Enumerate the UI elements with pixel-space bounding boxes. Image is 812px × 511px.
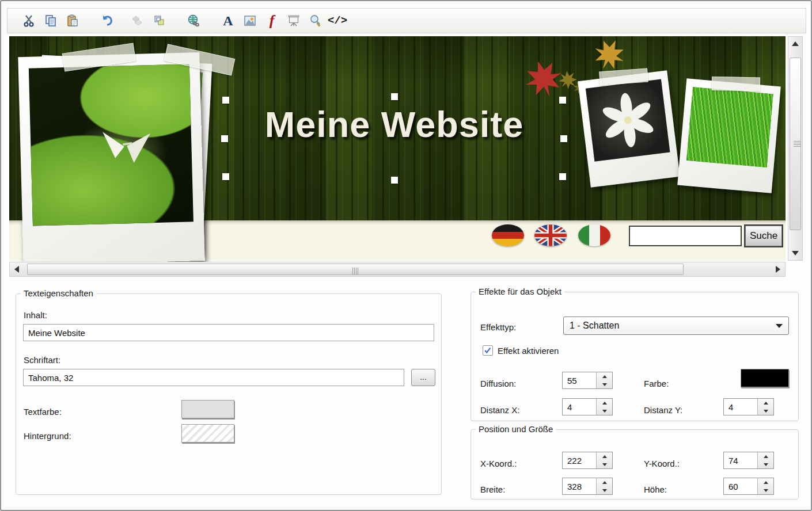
group-title: Effekte für das Objekt xyxy=(476,287,564,296)
spinner-up-icon[interactable] xyxy=(597,452,612,460)
x-coord-input[interactable] xyxy=(563,452,596,468)
handle-top-center[interactable] xyxy=(391,93,398,100)
horizontal-scrollbar[interactable] xyxy=(9,262,786,277)
scroll-left-icon[interactable] xyxy=(10,262,24,276)
distance-y-spinner[interactable] xyxy=(723,398,774,415)
spinner-down-icon[interactable] xyxy=(597,380,612,388)
site-search-input[interactable] xyxy=(633,231,748,241)
code-icon[interactable]: </> xyxy=(329,12,346,29)
height-spinner[interactable] xyxy=(723,478,774,495)
group-title: Position und Größe xyxy=(476,424,556,434)
text-color-swatch[interactable] xyxy=(181,400,234,418)
x-coord-spinner[interactable] xyxy=(562,452,613,469)
site-search-button[interactable]: Suche xyxy=(745,226,782,246)
send-backward-icon[interactable] xyxy=(150,12,168,29)
paste-icon[interactable] xyxy=(64,12,81,29)
distance-x-spinner[interactable] xyxy=(562,398,613,415)
italian-flag[interactable] xyxy=(578,224,610,246)
presentation-icon[interactable] xyxy=(285,12,302,29)
effect-type-value: 1 - Schatten xyxy=(570,321,619,331)
scroll-down-icon[interactable] xyxy=(788,246,802,260)
distance-y-input[interactable] xyxy=(724,399,757,415)
handle-mid-left[interactable] xyxy=(221,135,228,142)
spinner-up-icon[interactable] xyxy=(597,399,612,407)
height-label: Höhe: xyxy=(644,485,667,494)
spinner-up-icon[interactable] xyxy=(597,372,612,380)
font-input[interactable] xyxy=(23,369,404,386)
handle-bottom-center[interactable] xyxy=(391,177,398,184)
width-spinner[interactable] xyxy=(562,478,613,495)
toolbar: A f </> xyxy=(7,8,806,33)
handle-mid-right[interactable] xyxy=(560,135,567,142)
handle-bottom-right[interactable] xyxy=(559,173,566,180)
vertical-scrollbar[interactable] xyxy=(788,36,803,261)
spinner-down-icon[interactable] xyxy=(597,486,612,494)
german-flag[interactable] xyxy=(492,224,524,246)
width-label: Breite: xyxy=(480,485,505,494)
horizontal-scroll-thumb[interactable] xyxy=(27,264,684,275)
site-search-box[interactable] xyxy=(629,226,742,246)
spinner-down-icon[interactable] xyxy=(758,486,773,494)
scroll-right-icon[interactable] xyxy=(771,262,785,276)
polaroid-grass[interactable] xyxy=(677,78,781,193)
effect-activate-label: Effekt aktivieren xyxy=(498,346,559,356)
uk-flag[interactable] xyxy=(534,224,567,246)
handle-top-right[interactable] xyxy=(559,97,566,104)
distance-x-label: Distanz X: xyxy=(480,405,519,415)
bring-forward-icon[interactable] xyxy=(128,12,146,29)
shadow-color-swatch[interactable] xyxy=(741,369,789,387)
zoom-icon[interactable] xyxy=(307,12,324,29)
y-coord-input[interactable] xyxy=(724,452,757,468)
diffusion-spinner[interactable] xyxy=(562,372,613,389)
width-input[interactable] xyxy=(563,478,596,494)
background-label: Hintergrund: xyxy=(24,431,71,441)
spinner-up-icon[interactable] xyxy=(758,399,773,407)
spinner-up-icon[interactable] xyxy=(758,478,773,486)
editor-window: A f </> xyxy=(0,0,812,511)
spinner-up-icon[interactable] xyxy=(597,478,612,486)
polaroid-leaves[interactable] xyxy=(18,52,204,265)
background-swatch[interactable] xyxy=(181,424,234,443)
spinner-down-icon[interactable] xyxy=(597,407,612,415)
butterfly-graphic xyxy=(91,109,160,177)
undo-icon[interactable] xyxy=(98,12,116,29)
site-title-text[interactable]: Meine Website xyxy=(226,104,563,145)
image-icon[interactable] xyxy=(241,12,259,29)
flash-icon[interactable]: f xyxy=(263,12,280,29)
selected-text-object[interactable]: Meine Website xyxy=(226,100,563,177)
font-browse-button[interactable]: ... xyxy=(411,369,435,386)
canvas-layer: Meine Website xyxy=(9,36,786,261)
height-input[interactable] xyxy=(724,478,757,494)
group-position-size: Position und Größe X-Koord.: Y-Koord.: B… xyxy=(470,429,799,499)
group-text-properties: Texteigenschaften Inhalt: Schriftart: ..… xyxy=(16,293,442,495)
hyperlink-icon[interactable] xyxy=(185,12,202,29)
scroll-up-icon[interactable] xyxy=(788,37,802,51)
shadow-color-label: Farbe: xyxy=(644,379,669,388)
distance-x-input[interactable] xyxy=(563,399,596,415)
spinner-down-icon[interactable] xyxy=(758,460,773,468)
vertical-scroll-thumb[interactable] xyxy=(790,58,801,230)
content-input[interactable] xyxy=(23,324,434,341)
spinner-down-icon[interactable] xyxy=(758,407,773,415)
handle-bottom-left[interactable] xyxy=(222,173,229,180)
handle-top-left[interactable] xyxy=(222,97,229,104)
copy-icon[interactable] xyxy=(42,12,59,29)
x-coord-label: X-Koord.: xyxy=(480,459,517,468)
effect-type-dropdown[interactable]: 1 - Schatten xyxy=(563,316,789,335)
diffusion-input[interactable] xyxy=(563,372,596,388)
y-coord-spinner[interactable] xyxy=(723,452,774,469)
effect-activate-checkbox[interactable] xyxy=(483,345,493,356)
content-label: Inhalt: xyxy=(24,310,47,320)
distance-y-label: Distanz Y: xyxy=(644,405,682,415)
text-color-label: Textfarbe: xyxy=(24,407,62,417)
text-icon[interactable]: A xyxy=(219,12,237,29)
polaroid-lily[interactable] xyxy=(578,70,680,188)
cut-icon[interactable] xyxy=(20,12,37,29)
spinner-up-icon[interactable] xyxy=(758,452,773,460)
font-label: Schriftart: xyxy=(24,355,60,365)
chevron-down-icon xyxy=(776,324,783,328)
tape xyxy=(712,77,760,91)
y-coord-label: Y-Koord.: xyxy=(644,459,680,468)
check-icon xyxy=(484,346,492,354)
spinner-down-icon[interactable] xyxy=(597,460,612,468)
